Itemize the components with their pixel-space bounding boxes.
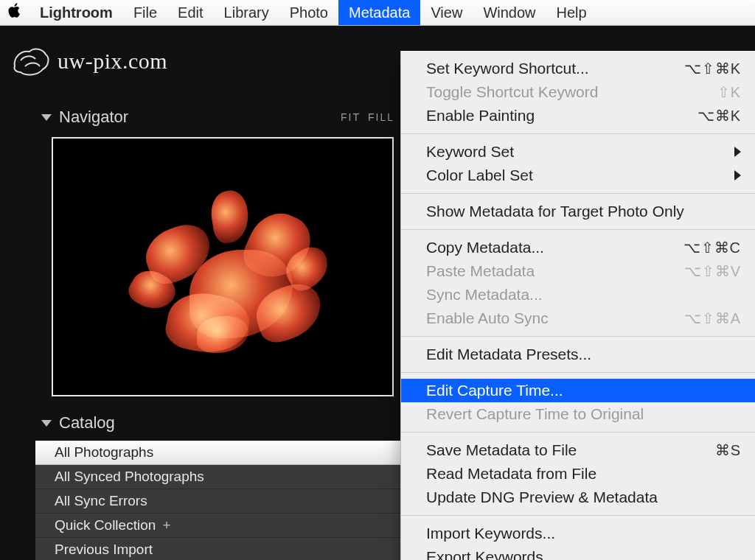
menu-item-paste-metadata: Paste Metadata⌥⇧⌘V: [401, 259, 755, 283]
chevron-right-icon: [734, 170, 741, 181]
menu-item-label: Save Metadata to File: [426, 441, 660, 459]
navigator-panel: Navigator FIT FILL: [35, 103, 400, 396]
menubar-item-help[interactable]: Help: [546, 0, 597, 25]
menu-item-label: Show Metadata for Target Photo Only: [426, 203, 741, 220]
menu-separator: [401, 133, 755, 134]
catalog-item-label: All Synced Photographs: [55, 469, 204, 484]
menu-shortcut: ⌘S: [660, 441, 741, 459]
catalog-item-quick-collection[interactable]: Quick Collection +: [35, 514, 400, 538]
menu-item-label: Color Label Set: [426, 167, 724, 184]
watermark-icon: [10, 44, 52, 78]
menu-item-label: Copy Metadata...: [426, 239, 660, 256]
disclosure-triangle-icon: [41, 114, 52, 121]
menu-item-label: Import Keywords...: [426, 525, 741, 542]
menu-item-read-metadata-from-file[interactable]: Read Metadata from File: [401, 462, 755, 486]
menu-item-label: Keyword Set: [426, 143, 724, 161]
menu-item-label: Update DNG Preview & Metadata: [426, 489, 741, 506]
menu-item-copy-metadata[interactable]: Copy Metadata...⌥⇧⌘C: [401, 236, 755, 259]
menu-item-label: Toggle Shortcut Keyword: [426, 83, 660, 101]
menu-item-edit-capture-time[interactable]: Edit Capture Time...: [401, 379, 755, 402]
apple-menu-icon[interactable]: [0, 3, 29, 22]
chevron-right-icon: [734, 147, 741, 157]
menu-separator: [401, 193, 755, 194]
disclosure-triangle-icon: [41, 420, 52, 427]
catalog-item-all-synced[interactable]: All Synced Photographs: [35, 465, 400, 489]
menu-separator: [401, 336, 755, 337]
menu-separator: [401, 229, 755, 230]
menu-item-save-metadata-to-file[interactable]: Save Metadata to File⌘S: [401, 438, 755, 462]
menu-separator: [401, 515, 755, 516]
catalog-item-all-photographs[interactable]: All Photographs: [35, 441, 400, 465]
navigator-title: Navigator: [59, 108, 128, 127]
menu-item-label: Edit Capture Time...: [426, 382, 741, 399]
menu-shortcut: ⌥⇧⌘K: [660, 60, 741, 77]
menu-item-edit-metadata-presets[interactable]: Edit Metadata Presets...: [401, 343, 755, 366]
menubar-item-edit[interactable]: Edit: [167, 0, 213, 25]
preview-image: [101, 169, 344, 375]
menu-item-label: Read Metadata from File: [426, 465, 741, 483]
navigator-fit-button[interactable]: FIT: [341, 111, 361, 123]
watermark: uw-pix.com: [10, 44, 167, 78]
menu-shortcut: ⌥⇧⌘C: [660, 239, 741, 256]
menu-item-label: Enable Painting: [426, 107, 660, 125]
menubar-item-library[interactable]: Library: [214, 0, 279, 25]
navigator-preview[interactable]: [52, 137, 394, 396]
menubar-item-window[interactable]: Window: [473, 0, 546, 25]
catalog-item-label: All Photographs: [55, 444, 153, 460]
menubar-item-view[interactable]: View: [420, 0, 473, 25]
menu-shortcut: ⌥⇧⌘V: [660, 262, 741, 280]
watermark-text: uw-pix.com: [58, 49, 167, 74]
menu-item-show-metadata-for-target-photo-only[interactable]: Show Metadata for Target Photo Only: [401, 200, 755, 223]
menu-item-import-keywords[interactable]: Import Keywords...: [401, 522, 755, 545]
menu-item-label: Edit Metadata Presets...: [426, 346, 741, 363]
catalog-item-label: Quick Collection: [55, 517, 156, 533]
catalog-list: All Photographs All Synced Photographs A…: [35, 440, 400, 560]
catalog-panel: Catalog All Photographs All Synced Photo…: [35, 409, 400, 560]
menu-item-set-keyword-shortcut[interactable]: Set Keyword Shortcut...⌥⇧⌘K: [401, 57, 755, 80]
menu-separator: [401, 372, 755, 373]
navigator-header[interactable]: Navigator FIT FILL: [35, 103, 400, 134]
menu-item-label: Revert Capture Time to Original: [426, 405, 741, 423]
navigator-fill-button[interactable]: FILL: [368, 111, 394, 123]
menubar-appname[interactable]: Lightroom: [29, 0, 123, 25]
catalog-item-label: All Sync Errors: [55, 493, 147, 508]
catalog-title: Catalog: [59, 413, 115, 433]
menubar-item-file[interactable]: File: [123, 0, 167, 25]
menu-item-update-dng-preview-metadata[interactable]: Update DNG Preview & Metadata: [401, 486, 755, 509]
menubar-item-metadata[interactable]: Metadata: [338, 0, 420, 25]
menu-item-label: Export Keywords...: [426, 548, 741, 560]
menu-item-label: Paste Metadata: [426, 262, 660, 280]
menu-item-sync-metadata: Sync Metadata...: [401, 283, 755, 307]
menu-item-toggle-shortcut-keyword: Toggle Shortcut Keyword⇧K: [401, 80, 755, 104]
catalog-item-all-sync-errors[interactable]: All Sync Errors: [35, 489, 400, 514]
menu-item-label: Enable Auto Sync: [426, 309, 660, 327]
menubar-item-photo[interactable]: Photo: [279, 0, 338, 25]
app-body: uw-pix.com Navigator FIT FILL: [0, 26, 755, 560]
menu-item-color-label-set[interactable]: Color Label Set: [401, 164, 755, 187]
catalog-header[interactable]: Catalog: [35, 409, 400, 440]
menu-shortcut: ⌥⌘K: [660, 107, 741, 125]
menu-separator: [401, 432, 755, 433]
menu-shortcut: ⌥⇧⌘A: [660, 309, 741, 327]
menu-item-enable-painting[interactable]: Enable Painting⌥⌘K: [401, 104, 755, 127]
catalog-item-label: Previous Import: [55, 542, 153, 557]
menu-shortcut: ⇧K: [660, 83, 741, 101]
menu-item-label: Sync Metadata...: [426, 286, 741, 304]
menu-item-enable-auto-sync: Enable Auto Sync⌥⇧⌘A: [401, 307, 755, 330]
mac-menubar: Lightroom File Edit Library Photo Metada…: [0, 0, 755, 26]
menu-item-revert-capture-time-to-original: Revert Capture Time to Original: [401, 402, 755, 426]
menu-item-label: Set Keyword Shortcut...: [426, 60, 660, 77]
plus-icon: +: [163, 517, 171, 533]
menu-item-export-keywords[interactable]: Export Keywords...: [401, 545, 755, 560]
menu-item-keyword-set[interactable]: Keyword Set: [401, 140, 755, 164]
catalog-item-previous-import[interactable]: Previous Import: [35, 538, 400, 560]
metadata-dropdown-menu: Set Keyword Shortcut...⌥⇧⌘KToggle Shortc…: [400, 51, 755, 560]
